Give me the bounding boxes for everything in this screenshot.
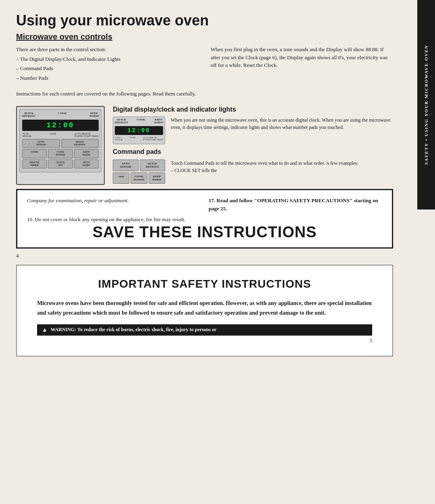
mini-panel-top-row: QUICKDEFROST COOK KEEPWARM: [115, 118, 163, 124]
control-panel: QUICKDEFROST COOK KEEPWARM 12:00 AUTOSEN…: [19, 109, 102, 173]
section-heading: Microwave oven controls: [16, 32, 393, 41]
intro-item1: – The Digital Display/Clock, and Indicat…: [16, 55, 199, 63]
display-title: Digital display/clock and indicator ligh…: [113, 106, 393, 113]
command-description: Touch Command Pads to tell the microwave…: [171, 160, 393, 185]
panel-top-row: QUICKDEFROST COOK KEEPWARM: [22, 112, 99, 118]
mini-label-qd: QUICKDEFROST: [115, 118, 128, 124]
intro-para2: Instructions for each control are covere…: [16, 90, 199, 98]
btn-row-3: MINUTETIMER CLOCKSET AUTOSTART: [22, 160, 99, 168]
warning-17-text: 17. Read and follow "OPERATING SAFETY PR…: [209, 197, 378, 212]
warning-partial: Company for examination, repair or adjus…: [27, 197, 201, 212]
page-wrapper: SAFETY • USING YOUR MICROWAVE OVEN Using…: [0, 0, 435, 504]
mini-ind-cook: COOK: [130, 137, 135, 141]
warning-bar-text: WARNING: To reduce the risk of burns, el…: [51, 327, 217, 333]
label-keep-warm: KEEPWARM: [89, 112, 99, 118]
cmd-desc-2: – CLOCK SET tells the: [171, 167, 393, 174]
cmd-btn-row-1: AUTOSENSOR QUICKDEFROST: [113, 160, 165, 171]
keep-warm-btn[interactable]: KEEPWARM: [74, 149, 99, 158]
command-pads-title: Command pads: [113, 148, 393, 156]
safety-body: Microwave ovens have been thoroughly tes…: [37, 299, 372, 318]
intro-right: When you first plug in the oven, a tone …: [211, 46, 393, 100]
main-display: 12:00: [22, 120, 99, 131]
cmd-keep-warm-btn[interactable]: KEEPWARM: [149, 172, 165, 184]
intro-right-para: When you first plug in the oven, a tone …: [211, 46, 393, 69]
page-number-left: 4: [16, 253, 393, 259]
cmd-auto-sensor-btn[interactable]: AUTOSENSOR: [113, 160, 139, 171]
mini-indicator-row: AUTOSENSOR COOK AUTO MINUTEPOWER START T…: [115, 137, 163, 141]
save-box: Company for examination, repair or adjus…: [16, 189, 393, 249]
page-title: Using your microwave oven: [16, 12, 393, 29]
microwave-diagram: QUICKDEFROST COOK KEEPWARM 12:00 AUTOSEN…: [16, 106, 105, 185]
display-description: When you are not using the microwave ove…: [171, 116, 393, 144]
mini-display-panel: QUICKDEFROST COOK KEEPWARM 12:00 AUTOSEN…: [113, 116, 165, 144]
btn-row-2: COOK COOKPOWER KEEPWARM: [22, 149, 99, 158]
intro-item2: – Command Pads: [16, 64, 199, 73]
cook-btn[interactable]: COOK: [22, 149, 47, 158]
ind-cook: COOK: [50, 133, 56, 137]
intro-left: There are three parts in the control sec…: [16, 46, 199, 100]
command-buttons-area: AUTOSENSOR QUICKDEFROST cook COOKPOWER K…: [113, 160, 165, 185]
ind-auto-sensor: AUTOSENSOR: [22, 133, 31, 137]
warning-10: 10. Do not cover or block any opening on…: [27, 216, 201, 224]
btn-row-1: AUTOSENSOR QUICKDEFROST: [22, 139, 99, 148]
save-instructions: SAVE THESE INSTRUCTIONS: [27, 224, 382, 241]
mini-label-cook: COOK: [137, 118, 145, 124]
intro-para1: There are three parts in the control sec…: [16, 46, 199, 54]
clock-set-btn[interactable]: CLOCKSET: [48, 160, 72, 168]
intro-item3: – Number Pads: [16, 74, 199, 82]
digital-section: Digital display/clock and indicator ligh…: [113, 106, 393, 185]
mini-display: 12:00: [115, 126, 163, 135]
command-section: AUTOSENSOR QUICKDEFROST cook COOKPOWER K…: [113, 160, 393, 185]
cmd-cook-power-btn[interactable]: COOKPOWER: [130, 172, 147, 184]
cmd-btn-row-2: cook COOKPOWER KEEPWARM: [113, 172, 165, 184]
main-content: Using your microwave oven Microwave oven…: [0, 0, 417, 504]
safety-title: IMPORTANT SAFETY INSTRUCTIONS: [37, 278, 372, 290]
warning-bar: ▲ WARNING: To reduce the risk of burns, …: [37, 324, 372, 336]
warning-17: 17. Read and follow "OPERATING SAFETY PR…: [209, 197, 382, 212]
mini-ind-auto: AUTOSENSOR: [115, 137, 122, 141]
mini-label-kw: KEEPWARM: [154, 118, 163, 124]
mini-ind-power: AUTO MINUTEPOWER START TIMER: [143, 137, 163, 141]
digital-row: QUICKDEFROST COOK KEEPWARM 12:00 AUTOSEN…: [113, 116, 393, 144]
sidebar-tab-text: SAFETY • USING YOUR MICROWAVE OVEN: [423, 45, 429, 165]
sidebar-tab: SAFETY • USING YOUR MICROWAVE OVEN: [417, 0, 435, 209]
quick-defrost-btn[interactable]: QUICKDEFROST: [61, 139, 99, 148]
label-quick-defrost: QUICKDEFROST: [22, 112, 35, 118]
cook-power-btn[interactable]: COOKPOWER: [48, 149, 72, 158]
cmd-desc-1: Touch Command Pads to tell the microwave…: [171, 160, 393, 167]
warning-partial-text: Company for examination, repair or adjus…: [27, 197, 129, 203]
diagram-display-row: QUICKDEFROST COOK KEEPWARM 12:00 AUTOSEN…: [16, 106, 393, 185]
indicator-row: AUTOSENSOR COOK AUTO MINUTEPOWER START T…: [22, 133, 99, 137]
page-number-right: 5: [37, 337, 372, 344]
ind-auto-minute: AUTO MINUTEPOWER START TIMER: [74, 133, 99, 137]
minute-timer-btn[interactable]: MINUTETIMER: [22, 160, 47, 168]
warning-triangle-icon: ▲: [42, 327, 48, 333]
intro-layout: There are three parts in the control sec…: [16, 46, 393, 100]
save-warning-row: Company for examination, repair or adjus…: [27, 197, 382, 216]
save-warning-row2: 10. Do not cover or block any opening on…: [27, 216, 382, 224]
spacer: [209, 216, 382, 224]
auto-sensor-btn[interactable]: AUTOSENSOR: [22, 139, 60, 148]
safety-box: IMPORTANT SAFETY INSTRUCTIONS Microwave …: [16, 265, 393, 357]
label-cook: COOK: [58, 112, 66, 118]
cmd-cook-btn[interactable]: cook: [113, 172, 129, 184]
cmd-quick-defrost-btn[interactable]: QUICKDEFROST: [140, 160, 166, 171]
auto-start-btn[interactable]: AUTOSTART: [74, 160, 99, 168]
